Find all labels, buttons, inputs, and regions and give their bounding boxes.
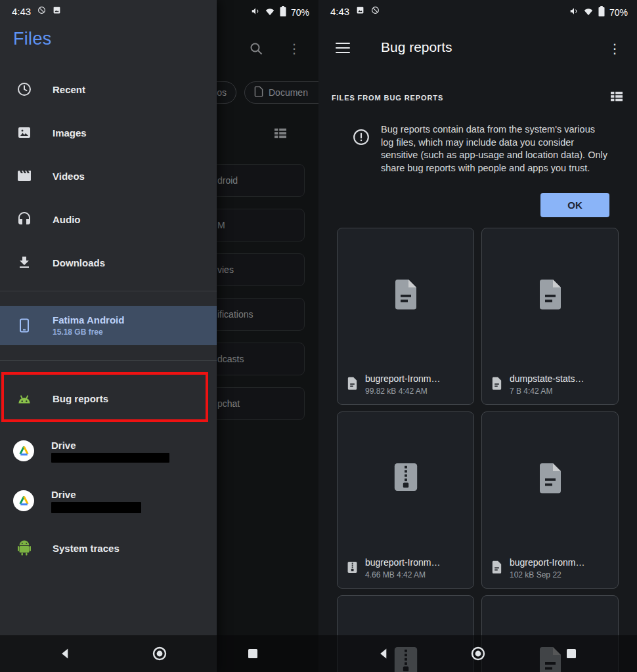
file-card-dumpstate[interactable]: dumpstate-stats… 7 B 4:42 AM — [481, 228, 619, 405]
drawer-nav: Recent Images Videos Audio Downloads — [0, 68, 217, 284]
android-robot-icon — [16, 539, 33, 556]
sidebar-item-videos[interactable]: Videos — [0, 154, 217, 198]
android-icon — [16, 390, 33, 407]
file-name: bugreport-Ironm… — [365, 557, 440, 568]
file-meta: 99.82 kB 4:42 AM — [365, 387, 440, 396]
sidebar-item-images[interactable]: Images — [0, 111, 217, 154]
sidebar-item-drive-2[interactable]: Drive — [0, 476, 217, 525]
status-time: 4:43 — [12, 6, 31, 17]
section-header-row: FILES FROM BUG REPORTS — [332, 91, 624, 105]
dnd-icon — [371, 5, 380, 17]
image-icon — [16, 124, 33, 141]
status-left: 4:43 — [330, 5, 380, 17]
file-document-icon — [491, 560, 502, 576]
wifi-icon — [265, 7, 275, 18]
file-zip-icon — [347, 561, 358, 576]
volume-icon — [251, 7, 260, 18]
file-texts: bugreport-Ironm… 99.82 kB 4:42 AM — [365, 373, 440, 396]
home-button[interactable] — [152, 646, 167, 662]
movie-icon — [16, 167, 33, 184]
status-icons-right: 70% — [251, 6, 309, 19]
android-navbar — [0, 635, 318, 672]
battery-percent: 70% — [291, 7, 309, 18]
redacted-account-email — [51, 502, 141, 513]
ok-button[interactable]: OK — [540, 193, 609, 217]
recents-button[interactable] — [245, 646, 261, 662]
sidebar-item-label: Downloads — [53, 257, 105, 268]
divider — [0, 360, 217, 361]
battery-icon — [280, 6, 286, 19]
sidebar-item-drive-1[interactable]: Drive — [0, 427, 217, 475]
sidebar-item-bug-reports[interactable]: Bug reports — [0, 378, 217, 419]
file-card-footer: dumpstate-stats… 7 B 4:42 AM — [491, 373, 611, 396]
left-phone-screen: 70% ⋮ os Documen droid M vies ifications… — [0, 0, 318, 672]
file-name: dumpstate-stats… — [510, 373, 584, 384]
privacy-notice-text: Bug reports contain data from the system… — [381, 123, 609, 175]
sidebar-item-label: Bug reports — [53, 393, 108, 404]
sidebar-item-label: Videos — [53, 171, 85, 182]
storage-name: Fatima Android — [53, 314, 124, 326]
file-texts: dumpstate-stats… 7 B 4:42 AM — [510, 373, 584, 396]
android-navbar — [318, 635, 637, 672]
file-card-footer: bugreport-Ironm… 4.66 MB 4:42 AM — [347, 557, 467, 579]
sidebar-item-label: Drive — [51, 489, 141, 500]
volume-icon — [569, 7, 579, 18]
dnd-icon — [37, 5, 46, 17]
file-texts: bugreport-Ironm… 4.66 MB 4:42 AM — [365, 557, 440, 579]
overflow-menu-icon[interactable]: ⋮ — [608, 41, 621, 56]
file-card-bugreport-1[interactable]: bugreport-Ironm… 99.82 kB 4:42 AM — [337, 228, 474, 405]
file-zip-icon — [338, 462, 473, 492]
list-view-toggle-icon[interactable] — [609, 91, 624, 105]
sidebar-item-label: System traces — [53, 543, 120, 554]
headset-icon — [16, 211, 33, 228]
sidebar-item-downloads[interactable]: Downloads — [0, 241, 217, 284]
back-button[interactable] — [58, 646, 74, 662]
hamburger-menu-icon[interactable] — [336, 43, 350, 56]
status-left: 4:43 — [12, 5, 61, 17]
sidebar-item-label: Recent — [53, 84, 85, 95]
sidebar-item-recent[interactable]: Recent — [0, 68, 217, 111]
sidebar-item-audio[interactable]: Audio — [0, 198, 217, 241]
file-card-bugreport-2[interactable]: bugreport-Ironm… 102 kB Sep 22 — [481, 411, 619, 589]
back-button[interactable] — [376, 646, 392, 662]
sidebar-item-label: Audio — [53, 214, 81, 225]
screenshot-icon — [53, 5, 61, 17]
file-meta: 7 B 4:42 AM — [510, 387, 584, 396]
recents-button[interactable] — [563, 646, 579, 662]
file-document-icon — [338, 278, 473, 310]
battery-percent: 70% — [609, 7, 628, 18]
divider — [0, 291, 217, 291]
wifi-icon — [583, 7, 594, 18]
navigation-drawer: 4:43 Files Recent Images Videos Audio — [0, 0, 217, 672]
storage-texts: Fatima Android 15.18 GB free — [53, 314, 124, 337]
file-card-bugreport-zip[interactable]: bugreport-Ironm… 4.66 MB 4:42 AM — [337, 411, 474, 589]
file-texts: bugreport-Ironm… 102 kB Sep 22 — [510, 557, 584, 579]
file-name: bugreport-Ironm… — [365, 373, 440, 384]
file-meta: 102 kB Sep 22 — [510, 570, 584, 579]
section-title: FILES FROM BUG REPORTS — [332, 94, 443, 102]
redacted-account-email — [51, 453, 169, 463]
drawer-scrim[interactable] — [217, 0, 318, 672]
file-card-footer: bugreport-Ironm… 102 kB Sep 22 — [491, 557, 611, 579]
download-icon — [16, 254, 33, 271]
alert-circle-icon — [353, 129, 370, 148]
sidebar-item-system-traces[interactable]: System traces — [0, 528, 217, 568]
screenshot-icon — [356, 5, 364, 17]
battery-icon — [598, 6, 605, 19]
sidebar-item-internal-storage[interactable]: Fatima Android 15.18 GB free — [0, 306, 217, 345]
smartphone-icon — [16, 317, 33, 334]
app-title: Files — [13, 29, 52, 49]
page-title: Bug reports — [381, 39, 452, 55]
home-button[interactable] — [470, 646, 486, 662]
file-document-icon — [347, 377, 358, 392]
drive-texts: Drive — [51, 489, 141, 513]
status-time: 4:43 — [330, 6, 349, 17]
status-icons-right: 70% — [569, 6, 628, 19]
google-drive-icon — [13, 490, 34, 511]
file-document-icon — [491, 377, 502, 392]
file-meta: 4.66 MB 4:42 AM — [365, 570, 440, 579]
file-name: bugreport-Ironm… — [510, 557, 584, 568]
storage-free-space: 15.18 GB free — [53, 327, 124, 337]
file-card-footer: bugreport-Ironm… 99.82 kB 4:42 AM — [347, 373, 467, 396]
sidebar-item-label: Drive — [51, 440, 169, 451]
